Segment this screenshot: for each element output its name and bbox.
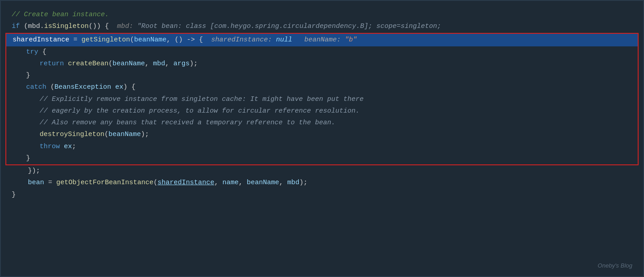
code-line-13: } [13, 153, 631, 164]
hint-sharedInstance: sharedInstance: null beanName: "b" [211, 36, 357, 44]
code-line-2: if (mbd.isSingleton()) {mbd: "Root bean:… [1, 21, 643, 32]
code-line-4: try { [13, 46, 631, 58]
kw-if: if [12, 21, 20, 32]
code-line-11: destroySingleton(beanName); [13, 129, 631, 141]
code-line-1: // Create bean instance. [1, 9, 643, 21]
code-line-15: bean = getObjectForBeanInstance(sharedIn… [1, 177, 643, 189]
code-editor: // Create bean instance. if (mbd.isSingl… [0, 0, 644, 277]
code-line-10: // Also remove any beans that received a… [13, 117, 631, 129]
code-line-12: throw ex; [13, 141, 631, 153]
red-border-block: try { return createBean(beanName, mbd, a… [5, 46, 639, 165]
code-line-6: } [13, 70, 631, 82]
code-line-7: catch (BeansException ex) { [13, 82, 631, 93]
code-line-14: }); [1, 165, 643, 177]
comment-create-bean: // Create bean instance. [12, 9, 109, 21]
watermark: Oneby's Blog [598, 261, 632, 271]
code-line-9: // eagerly by the creation process, to a… [13, 105, 631, 117]
code-line-3-highlighted: sharedInstance = getSingleton(beanName, … [5, 33, 639, 46]
hint-mbd: mbd: "Root bean: class [com.heygo.spring… [117, 21, 441, 32]
code-line-5: return createBean(beanName, mbd, args); [13, 58, 631, 70]
code-line-16: } [1, 189, 643, 201]
code-line-8: // Explicitly remove instance from singl… [13, 94, 631, 105]
